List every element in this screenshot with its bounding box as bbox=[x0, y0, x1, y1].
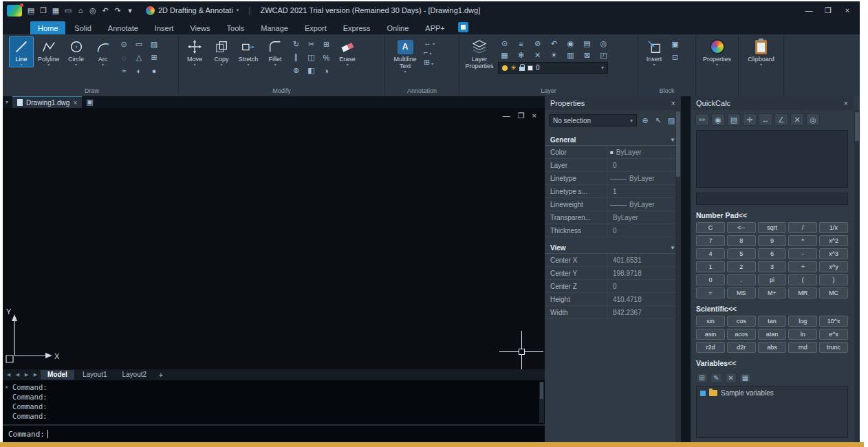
calc-button[interactable]: e^x bbox=[819, 329, 848, 340]
layer-isolate-icon[interactable]: ◉ bbox=[564, 38, 577, 50]
copy-button[interactable]: Copy bbox=[209, 36, 234, 67]
scale-icon[interactable]: % bbox=[320, 52, 333, 63]
panel-modify-label[interactable]: Modify bbox=[179, 87, 384, 96]
calc-button[interactable]: sin bbox=[696, 316, 725, 327]
layer-translator-icon[interactable]: ◰ bbox=[597, 50, 610, 61]
calc-button[interactable]: 10^x bbox=[819, 316, 848, 327]
panel-block-label[interactable]: Block bbox=[638, 87, 695, 96]
clipboard-button[interactable]: Clipboard bbox=[746, 36, 777, 67]
fillet-button[interactable]: Fillet bbox=[263, 36, 287, 67]
layer-unisolate-icon[interactable]: ◎ bbox=[597, 38, 610, 50]
layer-freeze-icon[interactable]: ✻ bbox=[514, 50, 528, 61]
calc-button[interactable]: 2 bbox=[727, 261, 756, 272]
help-icon[interactable]: ◎ bbox=[806, 113, 820, 126]
quickcalc-input-box[interactable] bbox=[696, 193, 848, 205]
tab-manage[interactable]: Manage bbox=[253, 21, 296, 34]
command-close-icon[interactable]: × bbox=[5, 382, 8, 392]
calc-button[interactable]: r2d bbox=[696, 342, 725, 353]
calc-button[interactable]: = bbox=[696, 287, 725, 298]
calc-button[interactable]: rnd bbox=[788, 342, 817, 353]
calc-button[interactable]: d2r bbox=[727, 342, 756, 353]
property-row[interactable]: Color ■ByLayer bbox=[545, 146, 681, 159]
calc-button[interactable]: ) bbox=[819, 274, 848, 285]
next-layout-icon[interactable]: ▶ bbox=[23, 372, 30, 378]
first-layout-icon[interactable]: ◀ bbox=[5, 372, 12, 378]
table-icon[interactable]: ⊞ bbox=[424, 58, 435, 67]
delete-variable-icon[interactable]: ✕ bbox=[725, 373, 737, 383]
calc-button[interactable]: - bbox=[788, 248, 817, 259]
calc-button[interactable]: 8 bbox=[727, 235, 756, 246]
zwcad-logo-icon[interactable] bbox=[7, 5, 22, 17]
command-history[interactable]: × Command: Command: Command: Command: bbox=[3, 380, 545, 424]
array-icon[interactable]: ⊞ bbox=[320, 39, 333, 50]
write-block-icon[interactable]: ⊡ bbox=[669, 52, 682, 63]
section-view[interactable]: View ▼ bbox=[545, 242, 681, 254]
tab-home[interactable]: Home bbox=[30, 21, 65, 34]
toggle-pickadd-icon[interactable]: ⊕ bbox=[640, 115, 651, 126]
polyline-button[interactable]: Polyline bbox=[36, 36, 62, 67]
close-button[interactable]: × bbox=[839, 4, 856, 17]
new-variable-icon[interactable]: ⊞ bbox=[696, 373, 708, 383]
property-row[interactable]: Height 410.4718 bbox=[545, 293, 681, 306]
calc-button[interactable]: <-- bbox=[727, 222, 756, 233]
number-pad-section-label[interactable]: Number Pad<< bbox=[691, 205, 854, 222]
calc-button[interactable]: 5 bbox=[727, 248, 756, 259]
calc-button[interactable]: 1 bbox=[696, 261, 725, 272]
calc-button[interactable]: 6 bbox=[758, 248, 787, 259]
property-row[interactable]: Linetype s... 1 bbox=[545, 185, 681, 198]
new-drawing-icon[interactable]: ▤ bbox=[25, 4, 36, 17]
last-layout-icon[interactable]: ▶ bbox=[32, 372, 39, 378]
qat-dropdown-icon[interactable]: ▾ bbox=[124, 4, 135, 17]
property-row[interactable]: Center Y 198.9718 bbox=[545, 267, 681, 280]
rotate-icon[interactable]: ↻ bbox=[290, 39, 303, 50]
tab-online[interactable]: Online bbox=[380, 21, 417, 34]
clear-history-icon[interactable]: ◉ bbox=[711, 113, 725, 126]
calc-button[interactable]: log bbox=[788, 316, 817, 327]
hatch-icon[interactable]: ▨ bbox=[148, 39, 161, 50]
revision-cloud-icon[interactable]: ◌ bbox=[118, 52, 131, 63]
calc-button[interactable]: 4 bbox=[696, 248, 725, 259]
mirror-icon[interactable]: ◫ bbox=[305, 52, 318, 63]
property-row[interactable]: Layer 0 bbox=[545, 159, 681, 172]
tab-insert[interactable]: Insert bbox=[147, 21, 182, 34]
calc-button[interactable]: . bbox=[727, 274, 756, 285]
layer-match-icon[interactable]: ≡ bbox=[514, 38, 528, 50]
property-row[interactable]: Transparen... ByLayer bbox=[545, 211, 681, 224]
layer-previous-icon[interactable]: ↶ bbox=[547, 38, 561, 50]
property-row[interactable]: Center Z 0 bbox=[545, 280, 681, 293]
property-row[interactable]: Center X 401.6531 bbox=[545, 254, 681, 267]
trim-icon[interactable]: ✂ bbox=[305, 39, 318, 50]
panel-draw-label[interactable]: Draw bbox=[6, 87, 178, 96]
calc-button[interactable]: sqrt bbox=[758, 222, 787, 233]
calc-button[interactable]: 3 bbox=[758, 261, 787, 272]
tab-views[interactable]: Views bbox=[182, 21, 217, 34]
variable-calculator-icon[interactable]: ▦ bbox=[739, 373, 751, 383]
tab-tools[interactable]: Tools bbox=[219, 21, 252, 34]
tab-annotate[interactable]: Annotate bbox=[100, 21, 146, 34]
arc-button[interactable]: Arc bbox=[91, 36, 116, 67]
panel-layer-label[interactable]: Layer bbox=[459, 87, 638, 96]
app-center-icon[interactable] bbox=[458, 22, 468, 32]
property-row[interactable]: Thickness 0 bbox=[545, 224, 681, 237]
layer-thaw-icon[interactable]: ☀ bbox=[547, 50, 561, 61]
region-icon[interactable]: ⊞ bbox=[148, 52, 161, 63]
tab-solid[interactable]: Solid bbox=[67, 21, 98, 34]
line-button[interactable]: Line bbox=[9, 36, 34, 67]
sample-variables-item[interactable]: Sample variables bbox=[721, 389, 774, 397]
calc-button[interactable]: cos bbox=[727, 316, 756, 327]
edit-variable-icon[interactable]: ✎ bbox=[710, 373, 722, 383]
save-icon[interactable]: ▦ bbox=[50, 4, 61, 17]
tab-export[interactable]: Export bbox=[297, 21, 334, 34]
quickcalc-close-icon[interactable]: × bbox=[844, 99, 848, 107]
properties-close-icon[interactable]: × bbox=[671, 99, 675, 107]
clear-icon[interactable]: ✏ bbox=[695, 113, 709, 126]
calc-button[interactable]: ( bbox=[788, 274, 817, 285]
quickcalc-history-box[interactable] bbox=[696, 130, 848, 188]
layer-delete-icon[interactable]: ✕ bbox=[531, 50, 544, 61]
calc-button[interactable]: + bbox=[788, 261, 817, 272]
maximize-button[interactable]: ❐ bbox=[820, 4, 836, 17]
calc-button[interactable]: MR bbox=[788, 287, 817, 298]
document-close-icon[interactable]: × bbox=[73, 99, 77, 107]
properties-button[interactable]: Properties bbox=[701, 36, 733, 67]
tab-express[interactable]: Express bbox=[336, 21, 378, 34]
